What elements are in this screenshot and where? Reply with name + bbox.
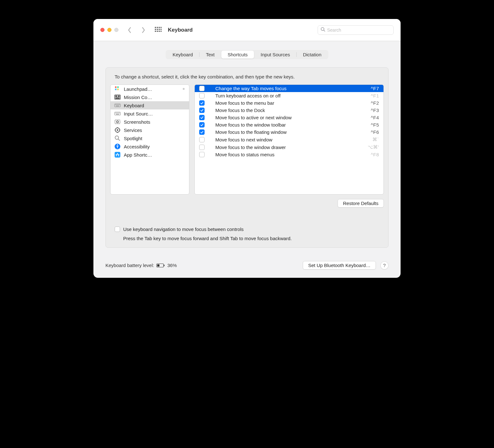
shortcut-list[interactable]: Change the way Tab moves focus^F7Turn ke… [194,84,384,195]
shortcut-row[interactable]: Move focus to active or next window^F4 [195,114,383,121]
svg-rect-24 [116,104,117,105]
close-button[interactable] [100,28,104,32]
shortcut-row[interactable]: Move focus to the floating window^F6 [195,128,383,136]
shortcut-checkbox[interactable] [199,86,205,91]
tab-text[interactable]: Text [200,51,221,59]
titlebar: Keyboard [93,19,401,41]
sidebar-item-launchpad[interactable]: Launchpad… [111,85,189,93]
shortcut-row[interactable]: Move focus to the menu bar^F2 [195,99,383,107]
zoom-button-disabled [114,28,118,32]
shortcut-row[interactable]: Move focus to the Dock^F3 [195,107,383,114]
tab-keyboard[interactable]: Keyboard [166,51,199,59]
svg-rect-25 [117,104,118,105]
sidebar-item-spotlight[interactable]: Spotlight [111,134,189,142]
minimize-button[interactable] [107,28,111,32]
svg-rect-15 [115,89,117,90]
shortcut-row[interactable]: Change the way Tab moves focus^F7 [195,85,383,92]
appstore-icon [114,152,121,158]
sidebar-item-label: Launchpad… [124,86,152,92]
sidebar-item-accessibility[interactable]: Accessibility [111,142,189,151]
svg-rect-29 [115,112,120,115]
sidebar-item-screenshot[interactable]: Screenshots [111,118,189,126]
shortcut-row[interactable]: Move focus to next window⌘` [195,136,383,143]
shortcut-key[interactable]: ^F8 [371,152,379,157]
shortcut-label: Move focus to the Dock [209,108,366,113]
sidebar-item-input[interactable]: Input Sourc… [111,109,189,118]
shortcut-checkbox[interactable] [199,137,205,142]
shortcut-checkbox[interactable] [199,122,205,128]
shortcut-key[interactable]: ^F1 [371,93,379,98]
shortcut-label: Change the way Tab moves focus [209,86,366,91]
shortcut-key[interactable]: ^F6 [371,129,379,135]
shortcut-key[interactable]: ^F3 [371,108,379,113]
shortcut-row[interactable]: Move focus to the window drawer⌥⌘' [195,143,383,151]
battery-label: Keyboard battery level: [105,263,154,268]
back-button[interactable] [127,27,132,34]
sidebar-item-appstore[interactable]: App Shortc… [111,151,189,159]
shortcut-checkbox[interactable] [199,129,205,135]
sidebar-item-mission[interactable]: Mission Co… [111,93,189,101]
shortcut-row[interactable]: Move focus to status menus^F8 [195,151,383,158]
mission-icon [114,94,121,100]
tab-shortcuts[interactable]: Shortcuts [221,51,254,59]
tab-dictation[interactable]: Dictation [297,51,328,59]
keyboard-icon [114,102,121,109]
svg-rect-16 [117,86,119,88]
battery-icon [156,263,165,268]
svg-rect-3 [161,27,162,28]
shortcut-key[interactable]: ^F5 [371,122,379,128]
keyboard-nav-desc: Press the Tab key to move focus forward … [115,236,379,241]
shortcut-checkbox[interactable] [199,108,205,113]
shortcut-label: Move focus to next window [209,137,368,142]
shortcut-key[interactable]: ^F2 [371,100,379,106]
shortcut-key[interactable]: ^F4 [371,115,379,120]
shortcut-key[interactable]: ⌘` [372,137,379,142]
tab-bar: KeyboardTextShortcutsInput SourcesDictat… [105,50,389,59]
svg-point-44 [115,136,119,140]
setup-bluetooth-button[interactable]: Set Up Bluetooth Keyboard… [303,261,376,270]
svg-rect-22 [115,104,120,107]
hint-text: To change a shortcut, select it, click t… [115,74,379,79]
shortcut-row[interactable]: Turn keyboard access on or off^F1 [195,92,383,99]
show-all-icon[interactable] [155,27,162,34]
keyboard-nav-label: Use keyboard navigation to move focus be… [123,227,244,232]
window-title: Keyboard [168,27,193,33]
sidebar-item-services[interactable]: Services [111,126,189,134]
services-icon [114,127,121,133]
shortcut-checkbox[interactable] [199,115,205,120]
svg-line-13 [324,30,325,31]
search-field[interactable] [318,25,394,35]
search-input[interactable] [327,28,391,33]
tab-input-sources[interactable]: Input Sources [254,51,296,59]
shortcut-key[interactable]: ^F7 [371,86,379,91]
svg-rect-2 [159,27,160,28]
shortcut-checkbox[interactable] [199,145,205,150]
search-icon [320,27,325,33]
shortcut-label: Move focus to status menus [209,152,366,157]
svg-rect-50 [164,264,165,266]
svg-rect-8 [155,31,156,32]
sidebar-item-label: Spotlight [124,136,142,141]
sidebar-item-label: Keyboard [124,103,144,108]
svg-rect-14 [115,86,117,88]
svg-line-45 [118,139,120,141]
restore-defaults-button[interactable]: Restore Defaults [338,199,384,208]
svg-rect-10 [159,31,160,32]
forward-button[interactable] [141,27,146,34]
accessibility-icon [114,143,121,150]
category-sidebar[interactable]: Launchpad…Mission Co…KeyboardInput Sourc… [110,84,189,195]
shortcut-checkbox[interactable] [199,100,205,106]
shortcut-checkbox[interactable] [199,93,205,98]
help-button[interactable]: ? [380,261,389,270]
shortcut-key[interactable]: ⌥⌘' [368,144,379,150]
svg-rect-48 [115,152,120,158]
shortcut-row[interactable]: Move focus to the window toolbar^F5 [195,121,383,128]
svg-rect-35 [116,114,119,115]
sidebar-item-keyboard[interactable]: Keyboard [111,101,189,109]
shortcut-label: Move focus to the menu bar [209,100,366,106]
svg-rect-4 [155,29,156,30]
footer: Keyboard battery level: 36% Set Up Bluet… [93,255,401,278]
keyboard-nav-checkbox[interactable] [115,227,120,232]
shortcut-checkbox[interactable] [199,152,205,157]
sidebar-item-label: App Shortc… [124,152,152,158]
